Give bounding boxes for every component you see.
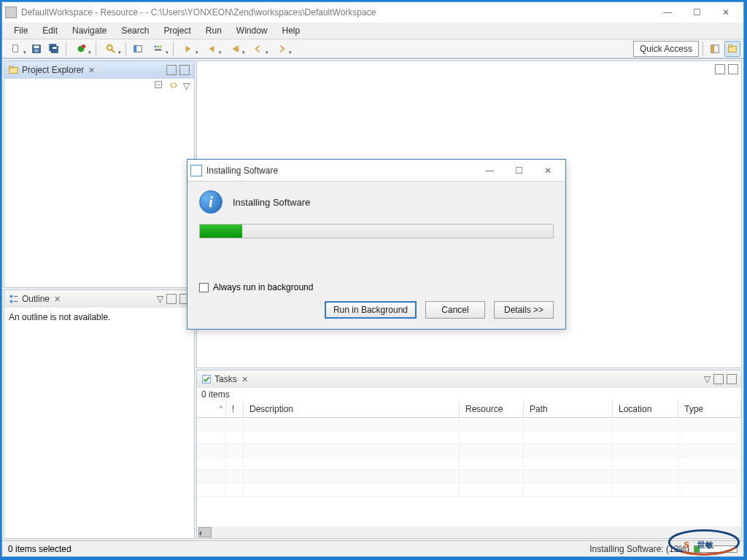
always-background-label[interactable]: Always run in background — [213, 282, 313, 292]
dialog-maximize-button[interactable]: ☐ — [504, 162, 533, 179]
next-annotation-button[interactable]: ▾ — [177, 41, 199, 57]
folder-icon — [9, 65, 19, 75]
th-type[interactable]: Type — [678, 401, 741, 417]
install-progress-fill — [200, 225, 242, 238]
app-icon — [5, 7, 17, 18]
close-button[interactable]: ✕ — [711, 4, 740, 21]
tasks-table: ! Description Resource Path Location Typ… — [197, 401, 741, 526]
info-icon: i — [199, 190, 222, 214]
svg-rect-22 — [729, 44, 732, 47]
view-menu-icon[interactable]: ▽ — [183, 81, 190, 91]
svg-rect-24 — [9, 66, 12, 69]
view-maximize-icon[interactable] — [179, 65, 190, 75]
status-progress-bar[interactable] — [694, 545, 738, 553]
editor-maximize-icon[interactable] — [728, 64, 738, 74]
toggle-breadcrumb-button[interactable]: ▾ — [147, 41, 169, 57]
menu-help[interactable]: Help — [275, 24, 308, 37]
th-description[interactable]: Description — [244, 401, 460, 417]
menu-navigate[interactable]: Navigate — [65, 24, 114, 37]
last-edit-button[interactable]: ▾ — [224, 41, 246, 57]
menu-project[interactable]: Project — [156, 24, 198, 37]
outline-view-menu-icon[interactable]: ▽ — [157, 294, 163, 304]
tasks-count-label: 0 items — [197, 388, 741, 401]
main-titlebar[interactable]: DefaultWorkspace - Resource - - C:\Users… — [2, 2, 743, 23]
project-explorer-close[interactable]: ✕ — [87, 66, 96, 75]
statusbar: 0 items selected Installing Software: (1… — [2, 540, 743, 556]
save-all-button[interactable] — [46, 41, 62, 57]
dialog-app-icon — [190, 165, 202, 176]
th-priority[interactable]: ! — [226, 401, 244, 417]
view-minimize-icon[interactable] — [166, 65, 177, 75]
window-title: DefaultWorkspace - Resource - - C:\Users… — [21, 7, 376, 18]
svg-rect-14 — [155, 45, 157, 47]
dialog-minimize-button[interactable]: — — [475, 162, 504, 179]
svg-rect-27 — [10, 295, 13, 298]
menu-search[interactable]: Search — [114, 24, 156, 37]
tasks-header[interactable]: Tasks ✕ ▽ — [197, 370, 741, 388]
svg-rect-17 — [155, 49, 162, 51]
project-explorer-header[interactable]: Project Explorer ✕ — [4, 61, 194, 79]
outline-minimize-icon[interactable] — [166, 294, 177, 304]
search-button[interactable]: ▾ — [100, 41, 122, 57]
install-dialog: Installing Software — ☐ ✕ i Installing S… — [187, 159, 566, 330]
tasks-pane: Tasks ✕ ▽ 0 items ! Description Resource — [196, 370, 742, 539]
back-button[interactable]: ▾ — [247, 41, 269, 57]
toolbar: ▾ ▾ ▾ ▾ ▾ ▾ ▾ ▾ ▾ Quick Access — [2, 39, 743, 59]
svg-rect-31 — [203, 376, 211, 384]
forward-button[interactable]: ▾ — [271, 41, 293, 57]
tasks-icon — [201, 374, 212, 384]
th-path[interactable]: Path — [524, 401, 613, 417]
link-editor-icon[interactable] — [169, 80, 179, 93]
status-progress-label: Installing Software: (12%) — [589, 544, 689, 554]
new-button[interactable]: ▾ — [5, 41, 27, 57]
outline-header[interactable]: Outline ✕ ▽ — [4, 290, 194, 308]
menu-edit[interactable]: Edit — [35, 24, 65, 37]
outline-icon — [9, 294, 19, 304]
collapse-all-icon[interactable] — [154, 80, 164, 93]
dialog-heading: Installing Software — [233, 197, 310, 208]
always-background-checkbox[interactable] — [199, 283, 209, 292]
svg-rect-15 — [157, 45, 159, 47]
project-explorer-pane: Project Explorer ✕ ▽ — [4, 61, 195, 288]
tasks-view-menu-icon[interactable]: ▽ — [704, 374, 711, 384]
editor-minimize-icon[interactable] — [715, 64, 725, 74]
save-button[interactable] — [28, 41, 44, 57]
project-explorer-body[interactable] — [4, 93, 194, 287]
menu-run[interactable]: Run — [198, 24, 229, 37]
menu-file[interactable]: File — [7, 24, 35, 37]
outline-title: Outline — [22, 294, 50, 304]
svg-rect-18 — [238, 45, 239, 52]
menu-window[interactable]: Window — [229, 24, 275, 37]
svg-point-10 — [107, 44, 112, 50]
cancel-button[interactable]: Cancel — [425, 301, 485, 319]
svg-line-11 — [112, 49, 115, 52]
dialog-close-button[interactable]: ✕ — [533, 162, 562, 179]
tasks-maximize-icon[interactable] — [727, 374, 737, 384]
th-sort[interactable] — [197, 401, 226, 417]
resource-perspective-button[interactable] — [724, 41, 740, 57]
prev-annotation-button[interactable]: ▾ — [201, 41, 222, 57]
tasks-close[interactable]: ✕ — [240, 375, 249, 384]
tasks-table-header: ! Description Resource Path Location Typ… — [197, 401, 741, 418]
minimize-button[interactable]: — — [653, 4, 682, 21]
outline-close[interactable]: ✕ — [53, 295, 62, 304]
scroll-left-icon[interactable]: ‹ — [198, 527, 212, 537]
svg-rect-1 — [16, 44, 18, 47]
tasks-table-body[interactable] — [197, 418, 741, 497]
open-perspective-button[interactable] — [707, 41, 723, 57]
details-button[interactable]: Details >> — [494, 301, 554, 319]
tasks-minimize-icon[interactable] — [713, 374, 724, 384]
svg-rect-7 — [53, 47, 56, 49]
svg-rect-13 — [134, 45, 137, 52]
dialog-titlebar[interactable]: Installing Software — ☐ ✕ — [187, 160, 565, 182]
maximize-button[interactable]: ☐ — [682, 4, 711, 21]
quick-access-button[interactable]: Quick Access — [633, 41, 699, 57]
outline-pane: Outline ✕ ▽ An outline is not available. — [4, 289, 195, 539]
run-in-background-button[interactable]: Run in Background — [325, 301, 417, 319]
toggle-mark-button[interactable] — [130, 41, 146, 57]
project-explorer-toolbar: ▽ — [4, 79, 194, 93]
th-resource[interactable]: Resource — [460, 401, 524, 417]
th-location[interactable]: Location — [613, 401, 678, 417]
tasks-hscrollbar[interactable]: ‹ — [197, 526, 741, 538]
build-button[interactable]: ▾ — [70, 41, 92, 57]
